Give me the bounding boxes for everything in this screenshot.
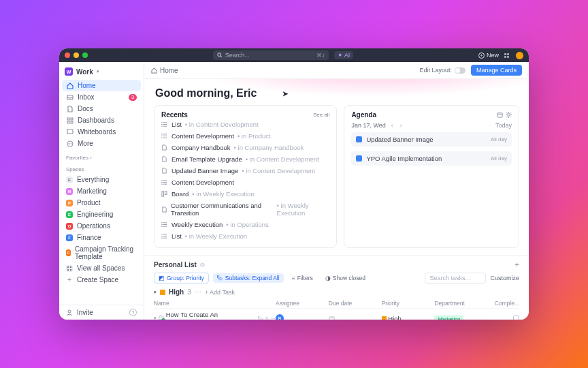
space-item[interactable]: EEverything — [59, 174, 144, 185]
recent-name: Company Handbook — [172, 144, 231, 151]
svg-rect-7 — [67, 129, 73, 134]
calendar-icon[interactable] — [497, 112, 503, 118]
new-button[interactable]: + New — [478, 52, 499, 59]
nav-whiteboards[interactable]: Whiteboards — [62, 126, 141, 138]
status-indicator[interactable] — [159, 316, 164, 320]
customize-button[interactable]: Customize — [490, 275, 519, 281]
today-link[interactable]: Today — [495, 122, 512, 129]
list-icon — [161, 179, 168, 185]
recent-item[interactable]: Email Template Upgrade • in Content Deve… — [161, 153, 329, 165]
space-item[interactable]: PProduct — [59, 197, 144, 209]
subtasks-pill[interactable]: ⮱ Subtasks: Expand All — [213, 273, 284, 283]
workspace-name: Work — [76, 68, 93, 76]
svg-rect-13 — [70, 266, 71, 268]
svg-point-20 — [161, 122, 162, 123]
breadcrumb[interactable]: Home — [151, 67, 178, 74]
list-icon — [161, 221, 168, 228]
calendar-icon[interactable] — [329, 316, 382, 320]
nav-docs[interactable]: Docs — [62, 103, 141, 114]
person-icon — [66, 309, 73, 316]
group-label: High — [169, 288, 184, 296]
group-pill[interactable]: ◩ Group: Priority — [154, 273, 209, 283]
list-icon — [161, 133, 168, 139]
gear-icon[interactable] — [506, 112, 512, 118]
checkbox[interactable] — [513, 316, 519, 320]
user-avatar[interactable] — [516, 52, 523, 59]
workspace-switcher[interactable]: W Work ▾ — [59, 65, 144, 78]
task-row[interactable]: ▾ How To Create An Outstanding... ⮱ 3 ⋯ … — [154, 308, 519, 320]
manage-cards-button[interactable]: Manage Cards — [471, 65, 522, 76]
space-item[interactable]: EEngineering — [59, 209, 144, 220]
recent-item[interactable]: Company Handbook • in Company Handbook — [161, 142, 329, 153]
svg-point-22 — [161, 125, 162, 126]
nav-home[interactable]: Home — [62, 80, 141, 91]
ai-button[interactable]: ✦ AI — [334, 51, 354, 59]
recent-item[interactable]: Content Development — [161, 177, 329, 188]
window-maximize-button[interactable] — [82, 52, 88, 58]
space-badge: E — [66, 177, 73, 183]
toggle-switch[interactable] — [455, 67, 466, 74]
help-icon[interactable]: ? — [129, 309, 137, 316]
prev-day[interactable]: ‹ — [390, 122, 395, 129]
window-minimize-button[interactable] — [74, 52, 79, 58]
space-label: Everything — [77, 176, 109, 183]
space-item[interactable]: CCampaign Tracking Template — [59, 243, 144, 262]
priority-group-high[interactable]: ▾ High 3 ⋯ + Add Task — [154, 286, 519, 298]
recent-item[interactable]: Content Development • in Product — [161, 130, 329, 142]
view-all-spaces[interactable]: View all Spaces — [59, 262, 144, 274]
nav-inbox[interactable]: Inbox 3 — [62, 91, 141, 103]
svg-rect-36 — [165, 191, 167, 195]
search-placeholder: Search... — [225, 52, 250, 59]
space-label: Operations — [77, 222, 110, 230]
nav-dashboards[interactable]: Dashboards — [62, 114, 141, 126]
add-card-button[interactable]: + — [515, 260, 519, 269]
create-space[interactable]: + Create Space — [59, 274, 144, 286]
doc-icon — [161, 144, 168, 151]
global-search[interactable]: Search... ⌘J — [213, 50, 329, 60]
agenda-item[interactable]: YPO Agile ImplementationAll day — [351, 151, 512, 166]
nav-more[interactable]: More — [62, 138, 141, 149]
invite-button[interactable]: Invite ? — [59, 305, 144, 320]
svg-rect-15 — [70, 269, 71, 271]
see-all-link[interactable]: See all — [313, 112, 329, 118]
doc-icon — [161, 206, 167, 213]
filters-button[interactable]: ≡ Filters — [288, 273, 317, 283]
search-tasks-input[interactable]: Search tasks... — [425, 273, 486, 283]
agenda-item[interactable]: Updated Banner ImageAll day — [351, 132, 512, 147]
space-item[interactable]: OOperations — [59, 220, 144, 232]
next-day[interactable]: › — [399, 122, 404, 129]
recent-item[interactable]: Updated Banner Image • in Content Develo… — [161, 165, 329, 177]
add-task-button[interactable]: + Add Task — [205, 289, 235, 296]
agenda-time: All day — [491, 155, 507, 162]
space-label: Engineering — [77, 211, 113, 218]
department-tag[interactable]: Marketing — [434, 316, 463, 320]
subtask-count-icon: ⮱ — [258, 316, 263, 320]
space-item[interactable]: FFinance — [59, 232, 144, 243]
recent-item[interactable]: Board • in Weekly Execution — [161, 188, 329, 200]
show-closed-button[interactable]: ◑ Show closed — [321, 273, 370, 283]
apps-grid-icon[interactable] — [504, 53, 510, 58]
svg-line-1 — [220, 56, 222, 57]
group-menu[interactable]: ⋯ — [195, 288, 201, 296]
task-menu[interactable]: ⋯ — [270, 316, 276, 320]
recent-item[interactable]: Customer Communications and Transition •… — [161, 200, 329, 219]
svg-point-9 — [68, 143, 69, 144]
list-icon — [161, 121, 168, 127]
color-swatch — [356, 136, 362, 142]
recent-item[interactable]: Weekly Execution • in Operations — [161, 219, 329, 230]
window-close-button[interactable] — [65, 52, 70, 58]
space-item[interactable]: MMarketing — [59, 185, 144, 197]
recent-path: • in Company Handbook — [234, 144, 304, 151]
recents-list: List • in Content DevelopmentContent Dev… — [161, 119, 329, 242]
recent-path: • in Content Development — [246, 155, 319, 163]
recent-item[interactable]: List • in Weekly Execution — [161, 230, 329, 242]
recent-name: Content Development — [172, 132, 234, 140]
favorites-heading[interactable]: Favorites › — [59, 151, 144, 162]
main-content: Home Edit Layout: Manage Cards Good morn… — [144, 62, 529, 320]
recent-path: • in Weekly Execution — [277, 202, 330, 217]
assignee-avatar[interactable]: R — [276, 314, 284, 320]
edit-layout-toggle[interactable]: Edit Layout: — [419, 67, 466, 74]
expand-icon[interactable]: ▾ — [154, 316, 157, 320]
workspace-letter: W — [67, 70, 71, 74]
recent-item[interactable]: List • in Content Development — [161, 119, 329, 130]
